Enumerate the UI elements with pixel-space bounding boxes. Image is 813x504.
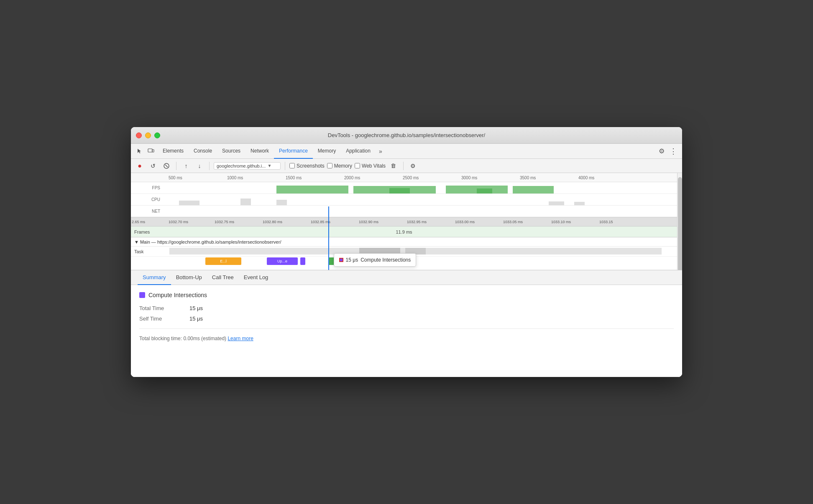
frames-label: Frames (131, 229, 164, 234)
title-bar: DevTools - googlechrome.github.io/sample… (131, 127, 682, 144)
fps-row: FPS (131, 182, 677, 194)
tab-performance[interactable]: Performance (274, 144, 313, 159)
web-vitals-checkbox[interactable] (355, 163, 360, 168)
tab-summary[interactable]: Summary (138, 270, 171, 285)
fps-track (164, 182, 677, 193)
maximize-button[interactable] (154, 132, 160, 138)
traffic-lights (136, 132, 160, 138)
ms-mark-7: 1033.00 ms (455, 220, 475, 224)
tooltip-time: 15 μs (346, 257, 358, 263)
toolbar-separator-2 (209, 162, 210, 170)
tab-memory[interactable]: Memory (313, 144, 341, 159)
devtools-window: DevTools - googlechrome.github.io/sample… (130, 127, 683, 377)
events-track: E...l Up...e Co...rs (164, 257, 677, 270)
screenshots-checkbox-group: Screenshots (289, 163, 325, 169)
summary-title-row: Compute Intersections (139, 292, 674, 298)
ms-mark-4: 1032.85 ms (311, 220, 330, 224)
summary-self-time-row: Self Time 15 μs (139, 316, 674, 322)
main-label: ▼ Main — https://googlechrome.github.io/… (134, 239, 281, 244)
url-selector[interactable]: googlechrome.github.i... ▼ (214, 162, 281, 170)
perf-settings-button[interactable]: ⚙ (408, 160, 419, 171)
main-row: ▼ Main — https://googlechrome.github.io/… (131, 237, 677, 247)
ms-mark-1: 1032.70 ms (169, 220, 188, 224)
summary-total-time-label: Total Time (139, 305, 189, 311)
performance-toolbar: ● ↺ ↑ ↓ googlechrome.github.i... ▼ Scree… (131, 159, 682, 173)
tab-network[interactable]: Network (245, 144, 274, 159)
learn-more-link[interactable]: Learn more (228, 336, 253, 341)
upload-button[interactable]: ↑ (181, 160, 192, 171)
tab-application[interactable]: Application (341, 144, 376, 159)
tab-sources[interactable]: Sources (217, 144, 245, 159)
task-track (164, 247, 677, 256)
ruler-mark-2500: 2500 ms (403, 176, 419, 180)
more-tabs-button[interactable]: » (376, 148, 386, 155)
devtools-body: Elements Console Sources Network Perform… (131, 144, 682, 377)
ms-mark-8: 1033.05 ms (503, 220, 523, 224)
timeline-scrollbar[interactable] (677, 173, 682, 270)
ms-mark-10: 1033.15 (599, 220, 613, 224)
summary-panel: Compute Intersections Total Time 15 μs S… (131, 285, 682, 377)
timeline-cursor (328, 206, 329, 270)
ruler-mark-3000: 3000 ms (461, 176, 477, 180)
events-row: E...l Up...e Co...rs (131, 257, 677, 270)
window-title: DevTools - googlechrome.github.io/sample… (328, 132, 485, 138)
ms-mark-2: 1032.75 ms (215, 220, 234, 224)
cpu-label: CPU (131, 197, 164, 202)
scrollbar-handle[interactable] (678, 177, 682, 270)
web-vitals-label[interactable]: Web Vitals (362, 163, 386, 169)
summary-footer: Total blocking time: 0.00ms (estimated) … (139, 336, 674, 341)
minimize-button[interactable] (145, 132, 151, 138)
ms-mark-start: 2.65 ms (132, 220, 145, 224)
fps-label: FPS (131, 186, 164, 190)
screenshots-label[interactable]: Screenshots (297, 163, 325, 169)
tab-call-tree[interactable]: Call Tree (207, 270, 239, 285)
record-button[interactable]: ● (134, 160, 145, 171)
bottom-tabs: Summary Bottom-Up Call Tree Event Log (131, 270, 682, 285)
svg-rect-1 (152, 150, 154, 152)
devtools-settings-icon[interactable]: ⚙ (655, 147, 668, 155)
cursor-icon[interactable] (134, 146, 144, 156)
ruler-mark-3500: 3500 ms (520, 176, 536, 180)
summary-self-time-value: 15 μs (189, 316, 203, 322)
ruler-mark-2000: 2000 ms (344, 176, 360, 180)
cpu-track (164, 194, 677, 205)
ms-mark-5: 1032.90 ms (359, 220, 378, 224)
close-button[interactable] (136, 132, 142, 138)
summary-self-time-label: Self Time (139, 316, 189, 322)
tab-event-log[interactable]: Event Log (239, 270, 274, 285)
memory-checkbox-group: Memory (327, 163, 352, 169)
url-text: googlechrome.github.i... (217, 163, 266, 168)
event-block-small-purple[interactable] (300, 257, 305, 265)
memory-label[interactable]: Memory (334, 163, 352, 169)
download-button[interactable]: ↓ (194, 160, 205, 171)
ms-ruler: 2.65 ms 1032.70 ms 1032.75 ms 1032.80 ms… (131, 217, 677, 227)
tooltip-label: Compute Intersections (360, 257, 411, 263)
device-toggle-icon[interactable] (146, 146, 156, 156)
perf-content: 500 ms 1000 ms 1500 ms 2000 ms 2500 ms 3… (131, 173, 682, 270)
event-tooltip: 15 μs Compute Intersections (334, 253, 417, 267)
ruler-mark-500: 500 ms (169, 176, 182, 180)
screenshots-checkbox[interactable] (289, 163, 295, 168)
ms-mark-3: 1032.80 ms (263, 220, 282, 224)
net-track (164, 206, 677, 217)
refresh-button[interactable]: ↺ (148, 160, 159, 171)
ruler-mark-1000: 1000 ms (227, 176, 243, 180)
cpu-row: CPU (131, 194, 677, 206)
performance-area: 500 ms 1000 ms 1500 ms 2000 ms 2500 ms 3… (131, 173, 682, 270)
tab-elements[interactable]: Elements (158, 144, 189, 159)
summary-divider (139, 328, 674, 329)
web-vitals-checkbox-group: Web Vitals (355, 163, 386, 169)
tab-console[interactable]: Console (189, 144, 217, 159)
tab-bottom-up[interactable]: Bottom-Up (171, 270, 207, 285)
memory-checkbox[interactable] (327, 163, 332, 168)
tooltip-color-box (339, 258, 343, 262)
event-block-upe[interactable]: Up...e (267, 257, 298, 265)
nav-tabs: Elements Console Sources Network Perform… (131, 144, 682, 159)
svg-line-3 (165, 165, 168, 167)
event-block-el[interactable]: E...l (205, 257, 241, 265)
stop-button[interactable] (161, 160, 172, 171)
devtools-more-icon[interactable]: ⋮ (668, 147, 679, 156)
toolbar-separator-4 (403, 162, 404, 170)
ruler-mark-4000: 4000 ms (578, 176, 594, 180)
trash-button[interactable]: 🗑 (388, 160, 399, 171)
